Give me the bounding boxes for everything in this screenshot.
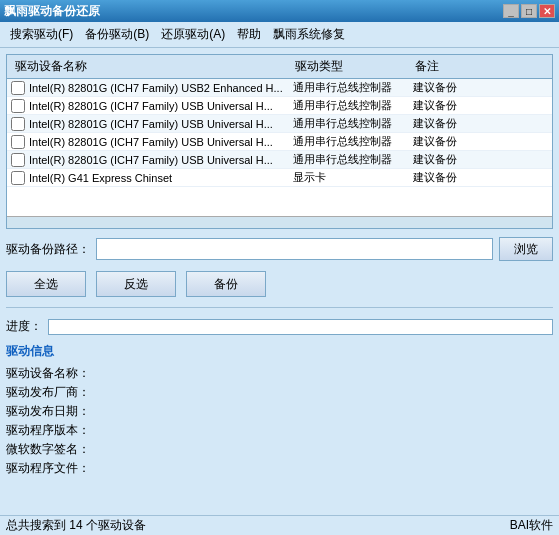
driver-info-key-4: 微软数字签名： bbox=[6, 441, 96, 458]
driver-info-row-1: 驱动发布厂商： bbox=[6, 383, 553, 402]
driver-name-4: Intel(R) 82801G (ICH7 Family) USB Univer… bbox=[29, 154, 293, 166]
invert-button[interactable]: 反选 bbox=[96, 271, 176, 297]
driver-name-5: Intel(R) G41 Express Chinset bbox=[29, 172, 293, 184]
driver-list-container: 驱动设备名称 驱动类型 备注 Intel(R) 82801G (ICH7 Fam… bbox=[6, 54, 553, 229]
driver-note-5: 建议备份 bbox=[413, 170, 548, 185]
driver-name-3: Intel(R) 82801G (ICH7 Family) USB Univer… bbox=[29, 136, 293, 148]
action-buttons: 全选 反选 备份 bbox=[6, 269, 553, 299]
driver-note-2: 建议备份 bbox=[413, 116, 548, 131]
close-button[interactable]: ✕ bbox=[539, 4, 555, 18]
driver-info-row-0: 驱动设备名称： bbox=[6, 364, 553, 383]
driver-info-row-2: 驱动发布日期： bbox=[6, 402, 553, 421]
driver-type-0: 通用串行总线控制器 bbox=[293, 80, 413, 95]
menu-help[interactable]: 帮助 bbox=[231, 24, 267, 45]
driver-info-key-1: 驱动发布厂商： bbox=[6, 384, 96, 401]
driver-name-0: Intel(R) 82801G (ICH7 Family) USB2 Enhan… bbox=[29, 82, 293, 94]
table-row: Intel(R) 82801G (ICH7 Family) USB Univer… bbox=[7, 115, 552, 133]
driver-checkbox-2[interactable] bbox=[11, 117, 25, 131]
header-note: 备注 bbox=[411, 57, 548, 76]
driver-type-2: 通用串行总线控制器 bbox=[293, 116, 413, 131]
status-right: BAI软件 bbox=[510, 517, 553, 534]
horizontal-scrollbar[interactable] bbox=[7, 216, 552, 228]
progress-label: 进度： bbox=[6, 318, 42, 335]
driver-info-title[interactable]: 驱动信息 bbox=[6, 343, 553, 360]
header-name: 驱动设备名称 bbox=[11, 57, 291, 76]
driver-info-key-3: 驱动程序版本： bbox=[6, 422, 96, 439]
progress-area: 进度： bbox=[6, 316, 553, 337]
menu-restore-driver[interactable]: 还原驱动(A) bbox=[155, 24, 231, 45]
driver-note-1: 建议备份 bbox=[413, 98, 548, 113]
driver-type-1: 通用串行总线控制器 bbox=[293, 98, 413, 113]
driver-checkbox-4[interactable] bbox=[11, 153, 25, 167]
driver-type-5: 显示卡 bbox=[293, 170, 413, 185]
window-title: 飘雨驱动备份还原 bbox=[4, 3, 100, 20]
status-bar: 总共搜索到 14 个驱动设备 BAI软件 bbox=[0, 515, 559, 535]
path-area: 驱动备份路径： 浏览 bbox=[6, 235, 553, 263]
driver-info-key-5: 驱动程序文件： bbox=[6, 460, 96, 477]
header-type: 驱动类型 bbox=[291, 57, 411, 76]
driver-type-3: 通用串行总线控制器 bbox=[293, 134, 413, 149]
minimize-button[interactable]: _ bbox=[503, 4, 519, 18]
driver-info-section: 驱动信息 驱动设备名称： 驱动发布厂商： 驱动发布日期： 驱动程序版本： 微软数… bbox=[6, 343, 553, 533]
table-row: Intel(R) 82801G (ICH7 Family) USB2 Enhan… bbox=[7, 79, 552, 97]
driver-name-2: Intel(R) 82801G (ICH7 Family) USB Univer… bbox=[29, 118, 293, 130]
progress-bar-container bbox=[48, 319, 553, 335]
driver-info-row-3: 驱动程序版本： bbox=[6, 421, 553, 440]
driver-checkbox-3[interactable] bbox=[11, 135, 25, 149]
driver-list-header: 驱动设备名称 驱动类型 备注 bbox=[7, 55, 552, 79]
driver-name-1: Intel(R) 82801G (ICH7 Family) USB Univer… bbox=[29, 100, 293, 112]
driver-info-key-0: 驱动设备名称： bbox=[6, 365, 96, 382]
menu-backup-driver[interactable]: 备份驱动(B) bbox=[79, 24, 155, 45]
table-row: Intel(R) 82801G (ICH7 Family) USB Univer… bbox=[7, 133, 552, 151]
table-row: Intel(R) G41 Express Chinset 显示卡 建议备份 bbox=[7, 169, 552, 187]
maximize-button[interactable]: □ bbox=[521, 4, 537, 18]
driver-checkbox-0[interactable] bbox=[11, 81, 25, 95]
menu-system-repair[interactable]: 飘雨系统修复 bbox=[267, 24, 351, 45]
driver-note-3: 建议备份 bbox=[413, 134, 548, 149]
backup-button[interactable]: 备份 bbox=[186, 271, 266, 297]
driver-info-row-5: 驱动程序文件： bbox=[6, 459, 553, 478]
driver-checkbox-1[interactable] bbox=[11, 99, 25, 113]
path-label: 驱动备份路径： bbox=[6, 241, 90, 258]
driver-note-0: 建议备份 bbox=[413, 80, 548, 95]
table-row: Intel(R) 82801G (ICH7 Family) USB Univer… bbox=[7, 97, 552, 115]
table-row: Intel(R) 82801G (ICH7 Family) USB Univer… bbox=[7, 151, 552, 169]
path-input[interactable] bbox=[96, 238, 493, 260]
driver-info-key-2: 驱动发布日期： bbox=[6, 403, 96, 420]
main-content: 驱动设备名称 驱动类型 备注 Intel(R) 82801G (ICH7 Fam… bbox=[0, 48, 559, 535]
driver-note-4: 建议备份 bbox=[413, 152, 548, 167]
browse-button[interactable]: 浏览 bbox=[499, 237, 553, 261]
title-bar: 飘雨驱动备份还原 _ □ ✕ bbox=[0, 0, 559, 22]
select-all-button[interactable]: 全选 bbox=[6, 271, 86, 297]
menu-search-driver[interactable]: 搜索驱动(F) bbox=[4, 24, 79, 45]
driver-list-scroll[interactable]: Intel(R) 82801G (ICH7 Family) USB2 Enhan… bbox=[7, 79, 552, 216]
status-left: 总共搜索到 14 个驱动设备 bbox=[6, 517, 146, 534]
driver-checkbox-5[interactable] bbox=[11, 171, 25, 185]
title-bar-buttons: _ □ ✕ bbox=[503, 4, 555, 18]
separator bbox=[6, 307, 553, 308]
driver-type-4: 通用串行总线控制器 bbox=[293, 152, 413, 167]
menu-bar: 搜索驱动(F) 备份驱动(B) 还原驱动(A) 帮助 飘雨系统修复 bbox=[0, 22, 559, 48]
driver-info-row-4: 微软数字签名： bbox=[6, 440, 553, 459]
